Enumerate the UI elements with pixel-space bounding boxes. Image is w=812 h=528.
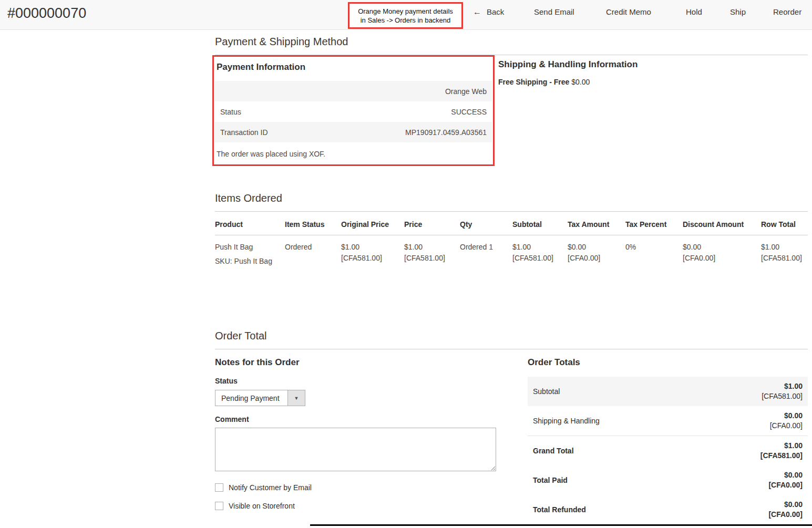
- payment-method-value: Orange Web: [445, 87, 487, 96]
- visible-storefront-checkbox[interactable]: [215, 502, 223, 510]
- total-paid-label: Total Paid: [533, 476, 568, 484]
- header-actions: ←Back Send Email Credit Memo Hold Ship R…: [0, 0, 812, 30]
- order-notes-panel: Notes for this Order Status Pending Paym…: [215, 357, 496, 524]
- back-arrow-icon: ←: [473, 7, 481, 16]
- order-status-select[interactable]: Pending Payment ▼: [215, 390, 305, 406]
- order-totals-table: Subtotal $1.00 [CFA581.00] Shipping & Ha…: [528, 377, 808, 524]
- shipping-handling-usd-value: $0.00: [770, 411, 803, 421]
- subtotal-row: Subtotal $1.00 [CFA581.00]: [528, 377, 808, 406]
- shipping-method-price: $0.00: [571, 78, 590, 86]
- items-ordered-table: Product Item Status Original Price Price…: [215, 212, 808, 274]
- hold-button[interactable]: Hold: [686, 7, 702, 16]
- cell-price: $1.00 [CFA581.00]: [404, 235, 460, 275]
- notify-customer-row: Notify Customer by Email: [215, 483, 496, 492]
- payment-shipping-section-title: Payment & Shipping Method: [215, 36, 808, 55]
- payment-method-row: Orange Web: [215, 81, 492, 101]
- row-total-usd: $1.00: [761, 242, 804, 253]
- shipping-method-name: Free Shipping - Free: [498, 78, 569, 86]
- cell-product: Push It Bag SKU: Push It Bag: [215, 235, 285, 275]
- order-total-section-title: Order Total: [215, 330, 808, 349]
- subtotal-usd-value: $1.00: [762, 381, 803, 391]
- col-header-qty: Qty: [460, 212, 512, 235]
- transaction-id-row: Transaction ID MP190917.0459.A03561: [215, 122, 492, 142]
- chevron-down-icon[interactable]: ▼: [287, 390, 305, 406]
- total-paid-usd-value: $0.00: [768, 470, 803, 480]
- items-ordered-section: Items Ordered Product Item Status Origin…: [215, 192, 808, 274]
- col-header-discount-amount: Discount Amount: [683, 212, 761, 235]
- notify-customer-checkbox[interactable]: [215, 483, 223, 492]
- order-totals-title: Order Totals: [528, 357, 808, 368]
- subtotal-cfa-value: [CFA581.00]: [762, 391, 803, 401]
- comment-textarea[interactable]: [215, 428, 496, 471]
- send-email-button[interactable]: Send Email: [534, 7, 574, 16]
- order-total-section: Order Total Notes for this Order Status …: [215, 330, 808, 524]
- back-button-label: Back: [487, 7, 504, 16]
- tax-amount-cfa: [CFA0.00]: [568, 253, 621, 264]
- total-paid-row: Total Paid $0.00 [CFA0.00]: [528, 465, 808, 495]
- shipping-information-box: Shipping & Handling Information Free Shi…: [498, 55, 638, 166]
- cell-discount-amount: $0.00 [CFA0.00]: [683, 235, 761, 275]
- grand-total-cfa-value: [CFA581.00]: [760, 451, 803, 461]
- subtotal-cfa: [CFA581.00]: [512, 253, 563, 264]
- page-header: #000000070 Orange Money payment details …: [0, 0, 812, 30]
- subtotal-usd: $1.00: [512, 242, 563, 253]
- subtotal-label: Subtotal: [533, 387, 560, 396]
- screenshot-bottom-border: [310, 524, 812, 526]
- shipping-handling-cfa-value: [CFA0.00]: [770, 421, 803, 431]
- shipping-handling-label: Shipping & Handling: [533, 417, 600, 425]
- payment-info-table: Orange Web Status SUCCESS Transaction ID…: [215, 81, 492, 142]
- total-refunded-row: Total Refunded $0.00 [CFA0.00]: [528, 495, 808, 524]
- total-paid-cfa-value: [CFA0.00]: [768, 480, 803, 490]
- reorder-button[interactable]: Reorder: [773, 7, 801, 16]
- col-header-original-price: Original Price: [341, 212, 404, 235]
- col-header-product: Product: [215, 212, 285, 235]
- shipping-information-title: Shipping & Handling Information: [498, 59, 638, 70]
- price-usd: $1.00: [404, 242, 456, 253]
- cell-qty: Ordered 1: [460, 235, 512, 275]
- grand-total-row: Grand Total $1.00 [CFA581.00]: [528, 436, 808, 465]
- status-field-label: Status: [215, 377, 496, 385]
- cell-original-price: $1.00 [CFA581.00]: [341, 235, 404, 275]
- original-price-cfa: [CFA581.00]: [341, 253, 400, 264]
- order-currency-note: The order was placed using XOF.: [215, 150, 492, 158]
- price-cfa: [CFA581.00]: [404, 253, 456, 264]
- original-price-usd: $1.00: [341, 242, 400, 253]
- cell-row-total: $1.00 [CFA581.00]: [761, 235, 808, 275]
- cell-item-status: Ordered: [285, 235, 341, 275]
- total-refunded-cfa-value: [CFA0.00]: [768, 510, 803, 520]
- col-header-tax-percent: Tax Percent: [625, 212, 683, 235]
- ship-button[interactable]: Ship: [730, 7, 746, 16]
- table-row: Push It Bag SKU: Push It Bag Ordered $1.…: [215, 235, 808, 275]
- discount-amount-usd: $0.00: [683, 242, 757, 253]
- notify-customer-label: Notify Customer by Email: [229, 483, 312, 492]
- col-header-price: Price: [404, 212, 460, 235]
- payment-status-row: Status SUCCESS: [215, 101, 492, 122]
- grand-total-label: Grand Total: [533, 447, 574, 455]
- comment-field-label: Comment: [215, 415, 496, 423]
- order-status-selected-value: Pending Payment: [215, 390, 287, 406]
- back-button[interactable]: ←Back: [473, 7, 504, 17]
- items-table-header-row: Product Item Status Original Price Price…: [215, 212, 808, 235]
- row-total-cfa: [CFA581.00]: [761, 253, 804, 264]
- payment-shipping-section: Payment & Shipping Method Payment Inform…: [215, 36, 808, 166]
- visible-storefront-label: Visible on Storefront: [229, 502, 295, 510]
- cell-tax-amount: $0.00 [CFA0.00]: [568, 235, 625, 275]
- col-header-item-status: Item Status: [285, 212, 341, 235]
- items-ordered-section-title: Items Ordered: [215, 192, 808, 212]
- discount-amount-cfa: [CFA0.00]: [683, 253, 757, 264]
- visible-storefront-row: Visible on Storefront: [215, 502, 496, 510]
- credit-memo-button[interactable]: Credit Memo: [606, 7, 651, 16]
- tax-amount-usd: $0.00: [568, 242, 621, 253]
- col-header-subtotal: Subtotal: [512, 212, 568, 235]
- cell-subtotal: $1.00 [CFA581.00]: [512, 235, 568, 275]
- transaction-id-value: MP190917.0459.A03561: [405, 128, 487, 137]
- col-header-row-total: Row Total: [761, 212, 808, 235]
- payment-information-title: Payment Information: [215, 61, 492, 73]
- total-refunded-label: Total Refunded: [533, 505, 586, 514]
- shipping-handling-row: Shipping & Handling $0.00 [CFA0.00]: [528, 406, 808, 436]
- transaction-id-label: Transaction ID: [220, 128, 268, 137]
- order-totals-panel: Order Totals Subtotal $1.00 [CFA581.00] …: [528, 357, 808, 524]
- col-header-tax-amount: Tax Amount: [568, 212, 625, 235]
- notes-title: Notes for this Order: [215, 357, 496, 368]
- cell-tax-percent: 0%: [625, 235, 683, 275]
